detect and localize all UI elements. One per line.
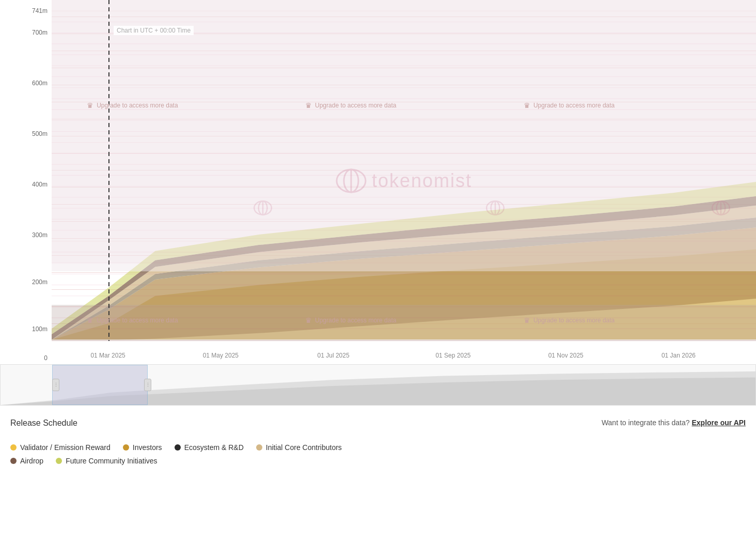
y-axis: 741m 700m 600m 500m 400m 300m 200m 100m …: [0, 0, 52, 362]
legend-section: Release Schedule Validator / Emission Re…: [10, 419, 342, 465]
navigator-handle-right[interactable]: ⋮: [144, 379, 151, 391]
crown-icon-2: ♛: [305, 101, 312, 110]
y-axis-label-100m: 100m: [32, 326, 48, 333]
legend-dot-future: [56, 458, 62, 464]
legend-row-2: Airdrop Future Community Initiatives: [10, 457, 342, 465]
legend-item-future: Future Community Initiatives: [56, 457, 157, 465]
navigator-highlight: [53, 365, 147, 405]
legend-label-airdrop: Airdrop: [20, 457, 43, 465]
upgrade-banner-6[interactable]: ♛ Upgrade to access more data: [524, 316, 615, 324]
legend-dot-contributors: [256, 444, 262, 451]
legend-label-ecosystem: Ecosystem & R&D: [184, 443, 244, 452]
x-axis-label-mar: 01 Mar 2025: [90, 352, 125, 359]
chart-body: Today Chart in UTC + 00:00 Time ♛ Upgrad…: [52, 0, 756, 362]
y-axis-label-200m: 200m: [32, 278, 48, 286]
api-link-section: Want to integrate this data? Explore our…: [602, 419, 746, 427]
legend-item-investors: Investors: [123, 443, 162, 452]
upgrade-banner-2[interactable]: ♛ Upgrade to access more data: [305, 101, 396, 110]
today-line: [108, 0, 109, 341]
legend-label-investors: Investors: [133, 443, 162, 452]
x-axis-label-jul: 01 Jul 2025: [318, 352, 350, 359]
legend-label-contributors: Initial Core Contributors: [266, 443, 342, 452]
legend-dot-validator: [10, 444, 17, 451]
upgrade-banner-5[interactable]: ♛ Upgrade to access more data: [305, 316, 396, 324]
legend-row-1: Validator / Emission Reward Investors Ec…: [10, 443, 342, 452]
y-axis-label-300m: 300m: [32, 231, 48, 239]
legend-label-validator: Validator / Emission Reward: [20, 443, 111, 452]
upgrade-banner-1[interactable]: ♛ Upgrade to access more data: [87, 101, 178, 110]
legend-label-future: Future Community Initiatives: [66, 457, 157, 465]
crown-icon-5: ♛: [305, 316, 312, 324]
x-axis-label-jan: 01 Jan 2026: [662, 352, 696, 359]
navigator-selection: [52, 365, 148, 405]
legend-dot-airdrop: [10, 458, 17, 464]
navigator: ⋮ ⋮: [0, 364, 756, 406]
api-text: Want to integrate this data?: [602, 419, 690, 427]
y-axis-label-700m: 700m: [32, 29, 48, 36]
release-title: Release Schedule: [10, 419, 342, 428]
y-axis-label-741m: 741m: [32, 7, 48, 14]
legend-dot-investors: [123, 444, 129, 451]
crown-icon-3: ♛: [524, 101, 530, 110]
crown-icon-4: ♛: [87, 316, 93, 324]
y-axis-label-600m: 600m: [32, 80, 48, 87]
release-schedule: Release Schedule Validator / Emission Re…: [0, 406, 756, 475]
legend-item-validator: Validator / Emission Reward: [10, 443, 111, 452]
chart-container: 741m 700m 600m 500m 400m 300m 200m 100m …: [0, 0, 756, 475]
legend-item-contributors: Initial Core Contributors: [256, 443, 342, 452]
legend-dot-ecosystem: [175, 444, 181, 451]
x-axis-label-nov: 01 Nov 2025: [548, 352, 584, 359]
y-axis-label-400m: 400m: [32, 181, 48, 188]
x-axis-label-sep: 01 Sep 2025: [435, 352, 470, 359]
x-axis: 01 Mar 2025 01 May 2025 01 Jul 2025 01 S…: [52, 341, 756, 362]
navigator-handle-left[interactable]: ⋮: [52, 379, 59, 391]
chart-area: 741m 700m 600m 500m 400m 300m 200m 100m …: [0, 0, 756, 362]
upgrade-banner-3[interactable]: ♛ Upgrade to access more data: [524, 101, 615, 110]
upgrade-banner-4[interactable]: ♛ Upgrade to access more data: [87, 316, 178, 324]
y-axis-label-0: 0: [44, 354, 48, 362]
legend-item-airdrop: Airdrop: [10, 457, 43, 465]
crown-icon-1: ♛: [87, 101, 93, 110]
utc-label: Chart in UTC + 00:00 Time: [114, 26, 194, 35]
lock-overlay-top: [52, 0, 756, 271]
legend-item-ecosystem: Ecosystem & R&D: [175, 443, 244, 452]
crown-icon-6: ♛: [524, 316, 530, 324]
api-link[interactable]: Explore our API: [691, 419, 746, 427]
x-axis-label-may: 01 May 2025: [203, 352, 239, 359]
y-axis-label-500m: 500m: [32, 130, 48, 137]
